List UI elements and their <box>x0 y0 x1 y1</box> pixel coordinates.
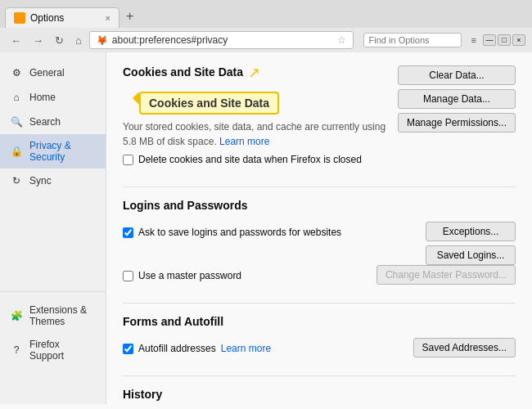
main-content: ⚙ General ⌂ Home 🔍 Search 🔒 Privacy & Se… <box>0 52 532 404</box>
autofill-checkbox-row: Autofill addresses Learn more <box>123 343 405 354</box>
ask-logins-checkbox-row: Ask to save logins and passwords for web… <box>123 227 417 238</box>
master-content: Use a master password <box>123 265 368 286</box>
sidebar-label-search: Search <box>29 116 61 128</box>
history-title: History <box>123 388 516 404</box>
delete-cookies-checkbox[interactable] <box>123 155 133 165</box>
divider-2 <box>123 303 516 303</box>
autofill-checkbox[interactable] <box>123 344 133 354</box>
forward-button[interactable]: → <box>29 32 47 49</box>
delete-cookies-label: Delete cookies and site data when Firefo… <box>138 154 362 165</box>
callout-container: Cookies and Site Data <box>123 88 390 115</box>
close-button[interactable]: × <box>512 34 525 46</box>
tab-icon <box>14 12 25 24</box>
sync-icon: ↻ <box>10 174 23 187</box>
exceptions-button[interactable]: Exceptions... <box>426 222 516 241</box>
sidebar-item-privacy[interactable]: 🔒 Privacy & Security <box>0 134 106 169</box>
divider-1 <box>123 187 516 187</box>
search-icon: 🔍 <box>10 115 23 128</box>
active-tab[interactable]: Options × <box>5 7 119 28</box>
autofill-label: Autofill addresses <box>138 343 216 354</box>
manage-data-button[interactable]: Manage Data... <box>398 89 516 109</box>
find-bar <box>363 33 462 47</box>
saved-addresses-button[interactable]: Saved Addresses... <box>413 338 516 357</box>
master-checkbox-row: Use a master password <box>123 270 368 281</box>
callout-arrow-icon: ↗ <box>248 64 260 82</box>
ask-logins-checkbox[interactable] <box>123 227 133 238</box>
find-input[interactable] <box>363 33 462 47</box>
saved-logins-button[interactable]: Saved Logins... <box>426 245 516 265</box>
sidebar-label-support: Firefox Support <box>29 339 96 362</box>
firefox-icon: 🦊 <box>97 35 108 46</box>
home-icon: ⌂ <box>10 91 23 104</box>
forms-row: Autofill addresses Learn more Saved Addr… <box>123 338 516 359</box>
nav-bar: ← → ↻ ⌂ 🦊 about:preferences#privacy ☆ ≡ … <box>0 28 532 52</box>
cookies-title: Cookies and Site Data <box>123 65 243 82</box>
browser-chrome: Options × + ← → ↻ ⌂ 🦊 about:preferences#… <box>0 0 532 52</box>
home-button[interactable]: ⌂ <box>71 32 86 49</box>
logins-section: Logins and Passwords Ask to save logins … <box>123 199 516 286</box>
cookies-learn-more[interactable]: Learn more <box>219 136 269 147</box>
tab-close-btn[interactable]: × <box>106 13 110 23</box>
menu-icon[interactable]: ≡ <box>471 35 476 45</box>
clear-data-button[interactable]: Clear Data... <box>398 65 516 85</box>
forms-title: Forms and Autofill <box>123 315 516 331</box>
sidebar-item-sync[interactable]: ↻ Sync <box>0 169 106 193</box>
logins-content: Ask to save logins and passwords for web… <box>123 222 417 243</box>
callout-tooltip: Cookies and Site Data <box>139 92 279 115</box>
master-buttons: Change Master Password... <box>376 265 516 285</box>
back-button[interactable]: ← <box>7 32 25 49</box>
content-area: Cookies and Site Data ↗ Cookies and Site… <box>106 52 532 404</box>
delete-cookies-checkbox-row: Delete cookies and site data when Firefo… <box>123 154 390 165</box>
window-controls: — □ × <box>483 34 525 46</box>
extensions-icon: 🧩 <box>10 309 23 322</box>
reload-button[interactable]: ↻ <box>51 32 68 49</box>
tab-title: Options <box>30 12 64 24</box>
cookies-title-row: Cookies and Site Data ↗ <box>123 65 390 88</box>
change-master-button[interactable]: Change Master Password... <box>376 265 516 285</box>
autofill-learn-more[interactable]: Learn more <box>221 343 271 354</box>
forms-content: Autofill addresses Learn more <box>123 338 405 359</box>
sidebar-label-privacy: Privacy & Security <box>29 140 96 163</box>
master-password-label: Use a master password <box>138 270 241 281</box>
privacy-icon: 🔒 <box>10 145 23 158</box>
sidebar-item-extensions[interactable]: 🧩 Extensions & Themes <box>0 299 106 333</box>
manage-permissions-button[interactable]: Manage Permissions... <box>398 113 516 133</box>
logins-row: Ask to save logins and passwords for web… <box>123 222 516 265</box>
master-password-row: Use a master password Change Master Pass… <box>123 265 516 286</box>
sidebar-label-extensions: Extensions & Themes <box>29 304 96 327</box>
maximize-button[interactable]: □ <box>498 34 511 46</box>
history-section: History Firefox will Remember history Ne… <box>123 388 516 404</box>
sidebar: ⚙ General ⌂ Home 🔍 Search 🔒 Privacy & Se… <box>0 52 106 404</box>
divider-3 <box>123 375 516 376</box>
tab-bar: Options × + <box>0 0 532 28</box>
sidebar-item-support[interactable]: ? Firefox Support <box>0 333 106 367</box>
cookies-buttons: Clear Data... Manage Data... Manage Perm… <box>398 65 516 133</box>
master-password-checkbox[interactable] <box>123 271 133 281</box>
cookies-row: Cookies and Site Data ↗ Cookies and Site… <box>123 65 516 170</box>
support-icon: ? <box>10 344 23 357</box>
bookmark-icon[interactable]: ☆ <box>337 34 346 46</box>
sidebar-bottom: 🧩 Extensions & Themes ? Firefox Support <box>0 291 106 367</box>
sidebar-label-home: Home <box>29 92 56 103</box>
sidebar-label-general: General <box>29 67 65 79</box>
url-bar[interactable]: 🦊 about:preferences#privacy ☆ <box>89 31 354 49</box>
cookies-section: Cookies and Site Data ↗ Cookies and Site… <box>123 65 516 170</box>
minimize-button[interactable]: — <box>483 34 496 46</box>
sidebar-item-home[interactable]: ⌂ Home <box>0 85 106 110</box>
logins-buttons: Exceptions... Saved Logins... <box>426 222 516 265</box>
sidebar-item-general[interactable]: ⚙ General <box>0 61 106 85</box>
forms-buttons: Saved Addresses... <box>413 338 516 357</box>
general-icon: ⚙ <box>10 66 23 79</box>
cookies-content: Cookies and Site Data ↗ Cookies and Site… <box>123 65 390 170</box>
logins-title: Logins and Passwords <box>123 199 516 215</box>
toolbar-icons: ≡ <box>468 35 476 45</box>
forms-section: Forms and Autofill Autofill addresses Le… <box>123 315 516 359</box>
sidebar-label-sync: Sync <box>29 175 52 187</box>
new-tab-button[interactable]: + <box>119 5 140 28</box>
sidebar-item-search[interactable]: 🔍 Search <box>0 110 106 134</box>
url-text: about:preferences#privacy <box>112 34 228 46</box>
cookies-desc: Your stored cookies, site data, and cach… <box>123 119 390 149</box>
ask-logins-label: Ask to save logins and passwords for web… <box>138 227 341 238</box>
